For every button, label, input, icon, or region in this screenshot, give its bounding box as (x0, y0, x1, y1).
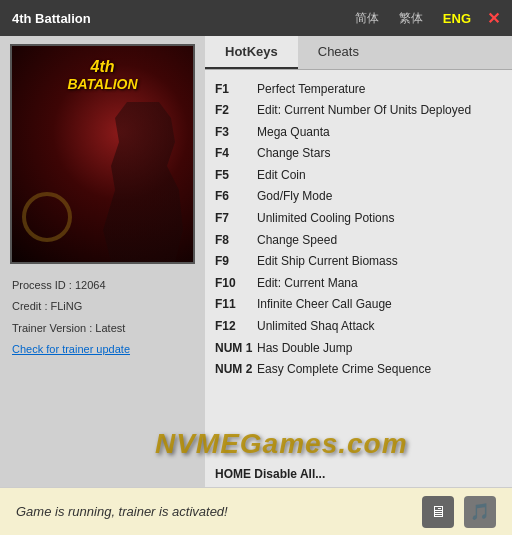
credit-row: Credit : FLiNG (12, 299, 193, 314)
hotkey-item: F1Perfect Temperature (215, 78, 502, 100)
home-action: HOME Disable All... (205, 461, 512, 487)
hotkey-item: F3Mega Quanta (215, 121, 502, 143)
hotkey-desc: Has Double Jump (257, 339, 352, 358)
hotkeys-list: F1Perfect TemperatureF2Edit: Current Num… (205, 70, 512, 461)
hotkey-desc: Easy Complete Crime Sequence (257, 360, 431, 379)
hotkey-key: F12 (215, 317, 257, 336)
window-title: 4th Battalion (12, 11, 91, 26)
cover-title-fourth: 4th (67, 58, 137, 76)
process-id-row: Process ID : 12064 (12, 278, 193, 293)
status-bar: Game is running, trainer is activated! 🖥… (0, 487, 512, 535)
hotkey-desc: Edit Coin (257, 166, 306, 185)
hotkey-item: F6God/Fly Mode (215, 186, 502, 208)
hotkey-key: NUM 1 (215, 339, 257, 358)
hotkey-item: F10Edit: Current Mana (215, 272, 502, 294)
update-link-row[interactable]: Check for trainer update (12, 342, 193, 357)
hotkey-key: F1 (215, 80, 257, 99)
tab-hotkeys[interactable]: HotKeys (205, 36, 298, 69)
hotkey-desc: Perfect Temperature (257, 80, 366, 99)
hotkey-item: F12Unlimited Shaq Attack (215, 316, 502, 338)
hotkey-key: F10 (215, 274, 257, 293)
hotkey-key: NUM 2 (215, 360, 257, 379)
trainer-version-row: Trainer Version : Latest (12, 321, 193, 336)
hotkey-item: F5Edit Coin (215, 164, 502, 186)
title-bar: 4th Battalion 简体 繁体 ENG ✕ (0, 0, 512, 36)
tab-bar: HotKeys Cheats (205, 36, 512, 70)
hotkey-key: F3 (215, 123, 257, 142)
hotkey-desc: Change Speed (257, 231, 337, 250)
hotkey-desc: Unlimited Shaq Attack (257, 317, 374, 336)
update-link[interactable]: Check for trainer update (12, 343, 130, 355)
trainer-version-label: Trainer Version : Latest (12, 322, 125, 334)
hotkey-desc: Change Stars (257, 144, 330, 163)
lang-simplified[interactable]: 简体 (351, 8, 383, 29)
hotkey-desc: Mega Quanta (257, 123, 330, 142)
tab-cheats[interactable]: Cheats (298, 36, 379, 69)
hotkey-key: F6 (215, 187, 257, 206)
title-bar-controls: 简体 繁体 ENG ✕ (351, 8, 500, 29)
left-panel: 4th BATALION Process ID : 12064 Credit :… (0, 36, 205, 487)
game-cover-image: 4th BATALION (10, 44, 195, 264)
hotkey-desc: Edit: Current Mana (257, 274, 358, 293)
hotkey-key: F7 (215, 209, 257, 228)
hotkey-key: F4 (215, 144, 257, 163)
hotkey-desc: Edit Ship Current Biomass (257, 252, 398, 271)
hotkey-key: F11 (215, 295, 257, 314)
hotkey-key: F8 (215, 231, 257, 250)
hotkey-item: F2Edit: Current Number Of Units Deployed (215, 100, 502, 122)
credit-label: Credit : FLiNG (12, 300, 82, 312)
hotkey-desc: Unlimited Cooling Potions (257, 209, 394, 228)
hotkey-item: F4Change Stars (215, 143, 502, 165)
cover-title-battalion: BATALION (67, 76, 137, 92)
hotkey-item: NUM 2Easy Complete Crime Sequence (215, 359, 502, 381)
status-message: Game is running, trainer is activated! (16, 504, 228, 519)
hotkey-item: F7Unlimited Cooling Potions (215, 208, 502, 230)
music-icon[interactable]: 🎵 (464, 496, 496, 528)
hotkey-key: F2 (215, 101, 257, 120)
main-content: 4th BATALION Process ID : 12064 Credit :… (0, 36, 512, 487)
lang-traditional[interactable]: 繁体 (395, 8, 427, 29)
process-id-label: Process ID : 12064 (12, 279, 106, 291)
cover-title: 4th BATALION (67, 58, 137, 92)
hotkey-item: F11Infinite Cheer Call Gauge (215, 294, 502, 316)
hotkey-key: F5 (215, 166, 257, 185)
hotkey-item: F9Edit Ship Current Biomass (215, 251, 502, 273)
lang-english[interactable]: ENG (439, 9, 475, 28)
hotkey-item: NUM 1Has Double Jump (215, 337, 502, 359)
hotkey-desc: Infinite Cheer Call Gauge (257, 295, 392, 314)
right-panel: HotKeys Cheats F1Perfect TemperatureF2Ed… (205, 36, 512, 487)
hotkey-key: F9 (215, 252, 257, 271)
monitor-icon[interactable]: 🖥 (422, 496, 454, 528)
hotkey-desc: God/Fly Mode (257, 187, 332, 206)
info-section: Process ID : 12064 Credit : FLiNG Traine… (8, 264, 197, 372)
hotkey-desc: Edit: Current Number Of Units Deployed (257, 101, 471, 120)
close-button[interactable]: ✕ (487, 9, 500, 28)
hotkey-item: F8Change Speed (215, 229, 502, 251)
status-icons: 🖥 🎵 (422, 496, 496, 528)
gear-decoration (22, 192, 72, 242)
